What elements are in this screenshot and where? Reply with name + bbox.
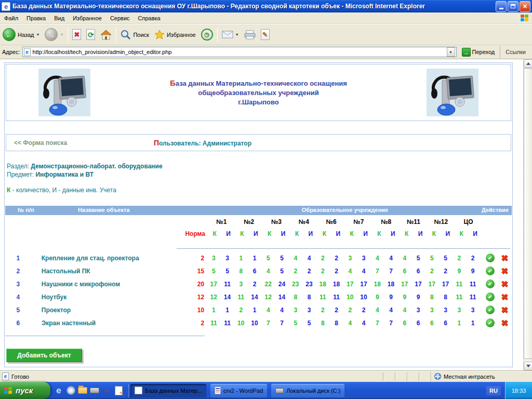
object-name-link[interactable]: Настольный ПК — [31, 268, 179, 275]
menu-item-2[interactable]: Правка — [22, 14, 50, 23]
search-form-link[interactable]: << Форма поиска — [14, 139, 67, 147]
delete-icon[interactable] — [501, 305, 508, 314]
history-clock-icon: ◷ — [201, 29, 213, 41]
i-letter: И — [276, 230, 290, 237]
k-value: 1 — [234, 255, 248, 262]
taskbar-task-2[interactable]: crv2 - WordPad — [210, 384, 267, 397]
table-divider — [5, 336, 205, 336]
print-button[interactable] — [242, 26, 258, 44]
swoosh-icon[interactable] — [101, 385, 112, 396]
confirm-icon[interactable] — [486, 267, 495, 275]
i-letter: И — [331, 230, 345, 237]
i-value: 11 — [329, 294, 343, 301]
taskbar-separator — [128, 384, 129, 397]
delete-icon[interactable] — [501, 292, 508, 301]
col-header-num: № п/п — [18, 207, 34, 213]
ie-icon[interactable]: e — [54, 385, 64, 396]
back-button[interactable]: ← Назад ▼ — [0, 26, 42, 44]
mail-dropdown-icon[interactable]: ▼ — [235, 33, 239, 36]
delete-icon[interactable] — [501, 254, 508, 262]
home-icon — [100, 30, 112, 40]
action-cell — [483, 254, 497, 262]
edit-button[interactable] — [258, 26, 272, 44]
address-input[interactable]: e http://localhost/tech_provision/admin_… — [22, 47, 457, 57]
close-button[interactable]: ✕ — [520, 1, 530, 12]
k-value: 5 — [207, 268, 220, 275]
i-value: 23 — [302, 281, 316, 288]
k-value: 2 — [234, 307, 248, 314]
scroll-up-button[interactable] — [524, 59, 532, 68]
address-dropdown-button[interactable]: ▼ — [447, 47, 455, 57]
stop-button[interactable] — [70, 26, 84, 44]
menu-item-6[interactable]: Справка — [134, 14, 165, 23]
object-name-link[interactable]: Крепление для стац. проектора — [31, 255, 179, 262]
object-name-link[interactable]: Ноутбук — [31, 294, 179, 301]
desktop: e База данных Материально-технического о… — [0, 0, 532, 399]
confirm-icon[interactable] — [486, 318, 495, 327]
php-edit-icon[interactable] — [113, 385, 124, 396]
add-object-button[interactable]: Добавить объект — [6, 349, 82, 362]
k-value: 7 — [370, 268, 384, 275]
object-name-link[interactable]: Наушники с микрофоном — [31, 281, 179, 288]
confirm-icon[interactable] — [486, 305, 495, 314]
menu-item-5[interactable]: Сервис — [106, 14, 134, 23]
favorites-button[interactable]: Избранное — [152, 26, 198, 44]
row-number: 2 — [5, 268, 31, 275]
table-row: 5Проектор1011214433222244433333 — [5, 303, 512, 316]
taskbar-task-3[interactable]: Локальный диск (C:) — [271, 384, 344, 397]
vertical-scrollbar[interactable] — [523, 59, 532, 370]
row-number: 6 — [5, 320, 31, 327]
scrollbar-thumb[interactable] — [524, 68, 532, 359]
search-button[interactable]: Поиск — [118, 26, 151, 44]
folder-icon[interactable] — [77, 385, 88, 396]
col-header-action: Действие — [482, 207, 509, 213]
status-pane — [419, 373, 431, 381]
back-dropdown-icon[interactable]: ▼ — [36, 33, 40, 36]
forward-button[interactable]: → ▼ — [42, 26, 66, 44]
row-number: 4 — [5, 294, 31, 301]
confirm-icon[interactable] — [486, 280, 495, 288]
history-button[interactable]: ◷ — [198, 26, 216, 44]
go-button[interactable]: → Переход — [459, 46, 498, 58]
home-button[interactable] — [98, 26, 114, 44]
k-value: 1 — [453, 320, 466, 327]
i-value: 3 — [411, 307, 425, 314]
language-indicator[interactable]: RU — [486, 386, 501, 395]
scroll-down-button[interactable] — [524, 362, 532, 370]
minimize-button[interactable] — [496, 1, 507, 12]
taskbar-task-1[interactable]: База данных Матер... — [130, 384, 206, 397]
cd-icon[interactable] — [65, 385, 76, 396]
restore-button[interactable] — [508, 1, 518, 12]
menu-item-4[interactable]: Избранное — [69, 14, 106, 23]
delete-icon[interactable] — [501, 267, 508, 275]
k-value: 17 — [398, 281, 411, 288]
i-value: 2 — [329, 255, 343, 262]
links-menu[interactable]: Ссылки — [500, 46, 530, 58]
menu-item-1[interactable]: Файл — [0, 14, 22, 23]
school-header: №8 — [373, 218, 400, 225]
object-name-link[interactable]: Проектор — [31, 307, 179, 314]
mail-button[interactable]: ▼ — [219, 26, 242, 44]
drive-icon[interactable] — [89, 385, 100, 396]
delete-icon[interactable] — [501, 280, 508, 288]
confirm-icon[interactable] — [486, 292, 495, 301]
window-title: База данных Материально-технического осн… — [12, 3, 495, 10]
menu-item-3[interactable]: Вид — [50, 14, 69, 23]
edit-icon — [261, 29, 270, 40]
wordpad-icon — [215, 387, 221, 394]
refresh-button[interactable] — [84, 26, 98, 44]
start-button[interactable]: пуск — [0, 382, 50, 399]
k-letter: К — [400, 230, 413, 237]
k-value: 12 — [207, 294, 220, 301]
confirm-icon[interactable] — [486, 254, 495, 262]
school-header: №7 — [345, 218, 373, 225]
i-value: 24 — [275, 281, 288, 288]
delete-icon[interactable] — [501, 318, 508, 327]
i-value: 2 — [302, 268, 316, 275]
user-initial: П — [154, 139, 159, 147]
title-line2: общеобразовательных учреждений — [90, 88, 427, 98]
k-value: 7 — [261, 320, 275, 327]
object-name-link[interactable]: Экран настенный — [31, 320, 179, 327]
k-value: 2 — [343, 307, 357, 314]
disk-icon — [275, 388, 284, 393]
